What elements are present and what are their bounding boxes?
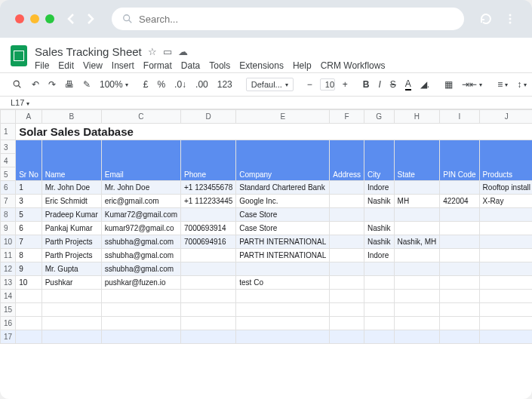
empty-cell[interactable]: [236, 290, 330, 303]
column-header-C[interactable]: C: [101, 110, 180, 124]
table-header[interactable]: Sr No: [16, 140, 42, 181]
cell-address[interactable]: [330, 181, 364, 195]
empty-cell[interactable]: [440, 290, 479, 303]
table-row[interactable]: 15: [1, 303, 533, 317]
cell-sr[interactable]: 6: [16, 222, 42, 235]
empty-cell[interactable]: [236, 330, 330, 344]
empty-cell[interactable]: [479, 317, 532, 330]
column-header-G[interactable]: G: [364, 110, 394, 124]
forward-icon[interactable]: [85, 13, 97, 25]
url-bar[interactable]: [112, 8, 464, 30]
sheet-title[interactable]: Solar Sales Database: [16, 124, 532, 140]
row-header[interactable]: 7: [1, 195, 16, 208]
menu-file[interactable]: File: [35, 60, 49, 71]
table-row[interactable]: 107Parth Projectssshubha@gmal.com7000694…: [1, 235, 533, 249]
cell-city[interactable]: [364, 208, 394, 222]
empty-cell[interactable]: [440, 317, 479, 330]
cell-company[interactable]: PARTH INTERNATIONAL: [236, 235, 330, 249]
cell-email[interactable]: Kumar72@gmail.com: [101, 208, 180, 222]
cell-state[interactable]: [394, 208, 440, 222]
empty-cell[interactable]: [42, 303, 101, 317]
menu-help[interactable]: Help: [293, 60, 312, 71]
table-header[interactable]: City: [364, 140, 394, 181]
cell-pin[interactable]: [440, 208, 479, 222]
row-header[interactable]: 1: [1, 124, 16, 140]
cell-phone[interactable]: +1 112233445: [181, 195, 236, 208]
cell-state[interactable]: [394, 181, 440, 195]
column-header-H[interactable]: H: [394, 110, 440, 124]
cell-email[interactable]: Mr. John Doe: [101, 181, 180, 195]
table-header[interactable]: State: [394, 140, 440, 181]
column-header-I[interactable]: I: [440, 110, 479, 124]
cell-email[interactable]: eric@gmail.com: [101, 195, 180, 208]
empty-cell[interactable]: [330, 290, 364, 303]
empty-cell[interactable]: [42, 290, 101, 303]
table-row[interactable]: 129Mr. Guptasshubha@gmal.com200.00: [1, 262, 533, 276]
paint-format-icon[interactable]: ✎: [81, 78, 92, 91]
empty-cell[interactable]: [394, 330, 440, 344]
table-row[interactable]: 14: [1, 290, 533, 303]
row-header[interactable]: 11: [1, 249, 16, 262]
back-icon[interactable]: [65, 13, 77, 25]
cell-company[interactable]: Google Inc.: [236, 195, 330, 208]
empty-cell[interactable]: [101, 303, 180, 317]
table-row[interactable]: 73Eric Schmidteric@gmail.com+1 112233445…: [1, 195, 533, 208]
text-color-icon[interactable]: A: [404, 77, 413, 92]
merge-icon[interactable]: ⇥⇤ ▾: [460, 78, 484, 91]
redo-icon[interactable]: ↷: [47, 78, 57, 91]
empty-cell[interactable]: [330, 330, 364, 344]
column-header-D[interactable]: D: [181, 110, 236, 124]
menu-edit[interactable]: Edit: [58, 60, 74, 71]
cell-city[interactable]: [364, 276, 394, 290]
cell-sr[interactable]: 1: [16, 181, 42, 195]
empty-cell[interactable]: [16, 317, 42, 330]
name-box[interactable]: L17 ▾: [11, 98, 56, 107]
row-header[interactable]: 9: [1, 222, 16, 235]
table-header[interactable]: Email: [101, 140, 180, 181]
align-v-icon[interactable]: ↕ ▾: [515, 78, 528, 91]
cell-phone[interactable]: [181, 276, 236, 290]
table-header[interactable]: Address: [330, 140, 364, 181]
cell-sr[interactable]: 10: [16, 276, 42, 290]
cell-address[interactable]: [330, 249, 364, 262]
cell-email[interactable]: sshubha@gmal.com: [101, 249, 180, 262]
cell-address[interactable]: [330, 235, 364, 249]
empty-cell[interactable]: [364, 330, 394, 344]
font-select[interactable]: Defaul... ▾: [246, 78, 294, 91]
fill-color-icon[interactable]: ◢.: [419, 78, 431, 91]
menu-view[interactable]: View: [83, 60, 103, 71]
menu-tools[interactable]: Tools: [209, 60, 230, 71]
document-title[interactable]: Sales Tracking Sheet: [35, 45, 142, 58]
cloud-icon[interactable]: ☁: [178, 46, 188, 57]
sheets-logo-icon[interactable]: [11, 45, 27, 66]
column-header-A[interactable]: A: [16, 110, 42, 124]
cell-name[interactable]: Parth Projects: [42, 249, 101, 262]
table-row[interactable]: 85Pradeep KumarKumar72@gmail.comCase Sto…: [1, 208, 533, 222]
cell-company[interactable]: test Co: [236, 276, 330, 290]
empty-cell[interactable]: [181, 303, 236, 317]
title-row[interactable]: 1Solar Sales Database: [1, 124, 533, 140]
italic-icon[interactable]: I: [377, 78, 382, 91]
undo-icon[interactable]: ↶: [30, 78, 41, 91]
cell-email[interactable]: sshubha@gmal.com: [101, 235, 180, 249]
empty-cell[interactable]: [479, 303, 532, 317]
cell-state[interactable]: MH: [394, 195, 440, 208]
cell-email[interactable]: sshubha@gmal.com: [101, 262, 180, 276]
cell-name[interactable]: Pankaj Kumar: [42, 222, 101, 235]
font-size-input[interactable]: 10: [320, 78, 335, 91]
percent-icon[interactable]: %: [155, 78, 167, 91]
cell-address[interactable]: [330, 262, 364, 276]
empty-cell[interactable]: [440, 330, 479, 344]
cell-state[interactable]: [394, 249, 440, 262]
cell-state[interactable]: [394, 222, 440, 235]
empty-cell[interactable]: [236, 317, 330, 330]
strikethrough-icon[interactable]: S: [389, 78, 398, 91]
star-icon[interactable]: ☆: [148, 46, 157, 57]
cell-address[interactable]: [330, 276, 364, 290]
empty-cell[interactable]: [16, 290, 42, 303]
cell-state[interactable]: [394, 262, 440, 276]
row-header[interactable]: 6: [1, 181, 16, 195]
cell-product[interactable]: X-Ray: [479, 195, 532, 208]
menu-crm-workflows[interactable]: CRM Workflows: [321, 60, 386, 71]
empty-cell[interactable]: [364, 303, 394, 317]
